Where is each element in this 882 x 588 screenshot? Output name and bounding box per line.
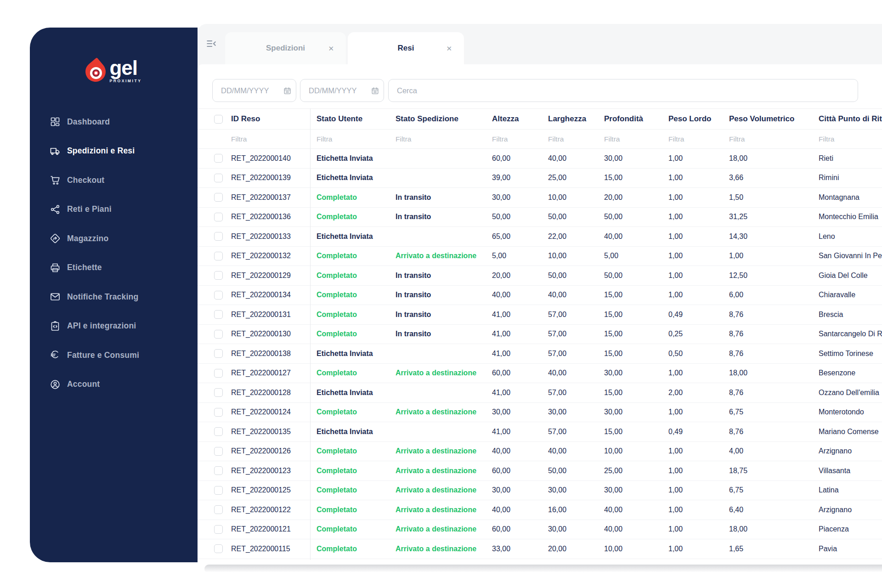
- table-filter-row: FiltraFiltraFiltraFiltraFiltraFiltraFilt…: [198, 130, 882, 149]
- sidebar-item-spedizioni-e-resi[interactable]: Spedizioni e Resi: [30, 141, 198, 161]
- row-checkbox[interactable]: [214, 291, 223, 300]
- cell-peso-volumetrico: 14,30: [729, 232, 819, 241]
- cell-peso-lordo: 1,00: [668, 525, 729, 533]
- tab-close-icon[interactable]: ✕: [446, 45, 452, 52]
- sidebar-item-reti-e-piani[interactable]: Reti e Piani: [30, 199, 198, 220]
- filter-input-3[interactable]: Filtra: [396, 135, 492, 143]
- filter-input-2[interactable]: Filtra: [317, 135, 396, 143]
- tab-close-icon[interactable]: ✕: [328, 45, 334, 52]
- cell-id: RET_2022000115: [231, 545, 317, 553]
- cell-id: RET_2022000124: [231, 408, 317, 416]
- table-row: RET_2022000125CompletatoArrivato a desti…: [198, 481, 882, 501]
- filter-input-9[interactable]: Filtra: [819, 135, 882, 143]
- row-checkbox[interactable]: [214, 447, 223, 456]
- cell-stato-spedizione: In transito: [396, 291, 492, 299]
- cell-id: RET_2022000132: [231, 252, 317, 260]
- cell-id: RET_2022000131: [231, 311, 317, 319]
- brand-logo: gel PROXIMITY: [30, 58, 198, 83]
- cell-altezza: 60,00: [492, 525, 548, 533]
- cell-citta: Piacenza: [819, 525, 882, 533]
- sidebar-item-etichette[interactable]: Etichette: [30, 258, 198, 278]
- cell-altezza: 30,00: [492, 193, 548, 202]
- row-checkbox[interactable]: [214, 271, 223, 280]
- cell-stato-spedizione: In transito: [396, 271, 492, 280]
- sidebar-item-magazzino[interactable]: Magazzino: [30, 228, 198, 249]
- cell-peso-volumetrico: 8,76: [729, 389, 819, 397]
- tab-spedizioni[interactable]: Spedizioni✕: [225, 32, 346, 64]
- cell-id: RET_2022000135: [231, 428, 317, 436]
- row-checkbox[interactable]: [214, 486, 223, 495]
- filter-input-4[interactable]: Filtra: [492, 135, 548, 143]
- row-checkbox[interactable]: [214, 154, 223, 163]
- row-checkbox[interactable]: [214, 466, 223, 475]
- filter-input-6[interactable]: Filtra: [604, 135, 668, 143]
- sidebar-item-fatture-e-consumi[interactable]: Fatture e Consumi: [30, 345, 198, 365]
- tab-resi[interactable]: Resi✕: [348, 32, 464, 64]
- date-from-input[interactable]: [212, 79, 296, 102]
- row-checkbox[interactable]: [214, 388, 223, 397]
- cell-altezza: 33,00: [492, 545, 548, 553]
- row-checkbox[interactable]: [214, 544, 223, 553]
- table-header-row: ID ResoStato UtenteStato SpedizioneAltez…: [198, 109, 882, 130]
- cell-peso-volumetrico: 18,00: [729, 525, 819, 533]
- cell-stato-utente: Etichetta Inviata: [317, 428, 396, 436]
- sidebar-item-label: Dashboard: [67, 117, 110, 127]
- cell-larghezza: 50,00: [548, 271, 604, 280]
- cell-peso-volumetrico: 31,25: [729, 213, 819, 221]
- cell-stato-spedizione: Arrivato a destinazione: [396, 447, 492, 455]
- cell-peso-lordo: 1,00: [668, 271, 729, 280]
- column-header: Città Punto di Ritiro: [819, 114, 882, 124]
- row-checkbox[interactable]: [214, 349, 223, 358]
- collapse-sidebar-icon[interactable]: [205, 38, 217, 50]
- filter-input-1[interactable]: Filtra: [231, 135, 317, 143]
- cell-larghezza: 25,00: [548, 174, 604, 182]
- cell-stato-spedizione: In transito: [396, 193, 492, 202]
- sidebar-item-account[interactable]: Account: [30, 374, 198, 395]
- row-checkbox[interactable]: [214, 427, 223, 436]
- cell-peso-volumetrico: 18,75: [729, 467, 819, 475]
- row-checkbox[interactable]: [214, 232, 223, 241]
- select-all-checkbox[interactable]: [214, 115, 223, 124]
- filter-input-7[interactable]: Filtra: [668, 135, 729, 143]
- row-checkbox[interactable]: [214, 213, 223, 221]
- cell-peso-volumetrico: 8,76: [729, 428, 819, 436]
- table-row: RET_2022000140Etichetta Inviata60,0040,0…: [198, 149, 882, 169]
- sidebar-item-api-e-integrazioni[interactable]: API e integrazioni: [30, 316, 198, 336]
- cell-id: RET_2022000126: [231, 447, 317, 455]
- cell-peso-volumetrico: 8,76: [729, 311, 819, 319]
- sidebar-item-notifiche-tracking[interactable]: Notifiche Tracking: [30, 287, 198, 307]
- cell-stato-spedizione: Arrivato a destinazione: [396, 506, 492, 514]
- truck-icon: [50, 146, 61, 157]
- sidebar-item-label: Magazzino: [67, 234, 108, 243]
- filter-input-8[interactable]: Filtra: [729, 135, 819, 143]
- search-input[interactable]: [388, 79, 858, 102]
- cell-larghezza: 30,00: [548, 525, 604, 533]
- row-checkbox[interactable]: [214, 369, 223, 378]
- cell-peso-lordo: 1,00: [668, 213, 729, 221]
- sidebar-item-dashboard[interactable]: Dashboard: [30, 112, 198, 132]
- date-to-input[interactable]: [300, 79, 384, 102]
- row-checkbox[interactable]: [214, 525, 223, 534]
- cell-stato-spedizione: Arrivato a destinazione: [396, 545, 492, 553]
- cell-stato-spedizione: Arrivato a destinazione: [396, 525, 492, 533]
- row-checkbox[interactable]: [214, 174, 223, 182]
- cell-peso-volumetrico: 8,76: [729, 330, 819, 338]
- row-checkbox[interactable]: [214, 252, 223, 260]
- cell-id: RET_2022000122: [231, 506, 317, 514]
- row-checkbox[interactable]: [214, 310, 223, 319]
- cell-altezza: 30,00: [492, 486, 548, 494]
- table-body: RET_2022000140Etichetta Inviata60,0040,0…: [198, 149, 882, 559]
- filter-input-5[interactable]: Filtra: [548, 135, 604, 143]
- cell-peso-volumetrico: 3,66: [729, 174, 819, 182]
- brand-subtitle: PROXIMITY: [109, 79, 141, 83]
- cell-peso-volumetrico: 18,00: [729, 154, 819, 163]
- cell-citta: Gioia Del Colle: [819, 271, 882, 280]
- row-checkbox[interactable]: [214, 330, 223, 339]
- sidebar-item-checkout[interactable]: Checkout: [30, 170, 198, 190]
- row-checkbox[interactable]: [214, 505, 223, 514]
- cell-larghezza: 50,00: [548, 213, 604, 221]
- horizontal-scrollbar[interactable]: [204, 565, 882, 573]
- row-checkbox[interactable]: [214, 408, 223, 417]
- cell-profondita: 40,00: [604, 506, 668, 514]
- row-checkbox[interactable]: [214, 193, 223, 202]
